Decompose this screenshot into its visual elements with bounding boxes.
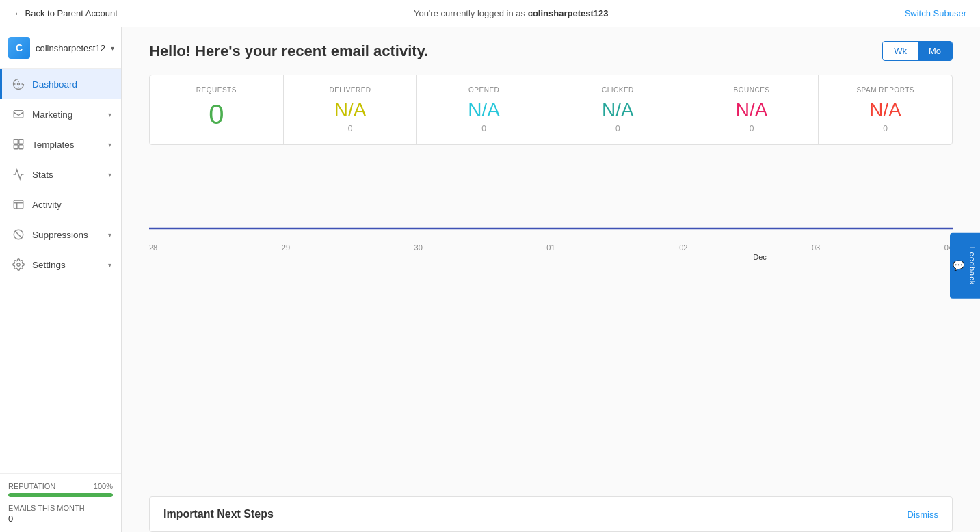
stat-card-bounces: BOUNCES N/A 0 — [685, 75, 819, 144]
chart-x-labels: 28293001020304 — [149, 241, 953, 254]
sidebar-label-templates: Templates — [32, 139, 101, 150]
main-content: Hello! Here's your recent email activity… — [122, 27, 980, 532]
activity-icon — [12, 198, 25, 211]
stat-sub-spam_reports: 0 — [825, 124, 945, 133]
period-toggle: Wk Mo — [882, 41, 953, 61]
stat-label-opened: OPENED — [424, 86, 544, 94]
chart-x-label: 30 — [414, 243, 423, 252]
sidebar-bottom: REPUTATION 100% EMAILS THIS MONTH 0 — [0, 473, 121, 532]
main-layout: C colinsharpetest12 ▾ Dashboard Marketin… — [0, 27, 980, 532]
chart-area: 28293001020304 Dec — [122, 159, 980, 490]
top-bar: ← Back to Parent Account You're currentl… — [0, 0, 980, 27]
settings-icon — [12, 258, 25, 271]
sidebar-item-templates[interactable]: Templates ▾ — [0, 129, 121, 159]
stat-sub-clicked: 0 — [558, 124, 678, 133]
templates-icon — [12, 137, 25, 151]
chart-x-label: 02 — [679, 243, 687, 252]
reputation-fill — [8, 493, 113, 497]
sidebar-item-settings[interactable]: Settings ▾ — [0, 250, 121, 280]
switch-subuser[interactable]: Switch Subuser — [905, 8, 966, 18]
chart-dec-label: Dec — [567, 253, 953, 261]
chevron-icon: ▾ — [108, 171, 111, 178]
stat-value-clicked: N/A — [558, 99, 678, 121]
sidebar-label-suppressions: Suppressions — [32, 230, 101, 240]
back-to-parent[interactable]: ← Back to Parent Account — [14, 8, 118, 18]
svg-point-10 — [17, 263, 21, 267]
stats-row: REQUESTS 0 DELIVERED N/A 0 OPENED N/A 0 … — [149, 75, 953, 145]
chart-x-label: 29 — [282, 243, 290, 252]
sidebar-label-activity: Activity — [32, 200, 111, 210]
sidebar-label-stats: Stats — [32, 170, 101, 180]
chart-x-label: 03 — [812, 243, 820, 252]
reputation-label: REPUTATION 100% — [8, 482, 113, 490]
reputation-bar — [8, 493, 113, 497]
important-steps-section: Important Next Steps Dismiss — [149, 496, 953, 532]
sidebar-item-activity[interactable]: Activity — [0, 189, 121, 220]
chart-container — [149, 159, 953, 241]
svg-line-9 — [15, 231, 23, 239]
period-mo-button[interactable]: Mo — [918, 42, 952, 60]
chevron-icon: ▾ — [108, 261, 111, 269]
feedback-label: Feedback — [968, 247, 977, 285]
important-steps-title: Important Next Steps — [163, 508, 274, 520]
stat-card-clicked: CLICKED N/A 0 — [551, 75, 685, 144]
sidebar-item-stats[interactable]: Stats ▾ — [0, 159, 121, 189]
stat-sub-delivered: 0 — [291, 124, 410, 133]
content-header: Hello! Here's your recent email activity… — [122, 27, 980, 68]
stat-sub-bounces: 0 — [692, 124, 812, 133]
back-label: ← Back to Parent Account — [14, 8, 118, 18]
emails-month-value: 0 — [8, 514, 113, 524]
svg-rect-2 — [19, 139, 23, 144]
avatar: C — [8, 37, 30, 59]
stats-icon — [12, 168, 25, 181]
account-name: colinsharpetest12 — [36, 43, 105, 53]
stat-sub-opened: 0 — [424, 124, 544, 133]
sidebar-item-suppressions[interactable]: Suppressions ▾ — [0, 220, 121, 250]
sidebar-label-settings: Settings — [32, 260, 101, 270]
feedback-tab[interactable]: Feedback 💬 — [950, 233, 980, 299]
stat-card-spam_reports: SPAM REPORTS N/A 0 — [819, 75, 952, 144]
stat-value-spam_reports: N/A — [825, 99, 945, 121]
svg-rect-1 — [14, 139, 18, 144]
stat-label-delivered: DELIVERED — [291, 86, 410, 94]
stat-label-spam_reports: SPAM REPORTS — [825, 86, 945, 94]
stat-card-requests: REQUESTS 0 — [150, 75, 284, 144]
stat-value-requests: 0 — [157, 99, 276, 130]
sidebar-item-dashboard[interactable]: Dashboard — [0, 69, 121, 99]
marketing-icon — [12, 107, 25, 121]
svg-rect-5 — [14, 200, 23, 209]
dismiss-button[interactable]: Dismiss — [908, 509, 939, 520]
svg-point-0 — [18, 83, 20, 85]
dashboard-icon — [12, 77, 25, 91]
nav-list: Dashboard Marketing ▾ Templates ▾ Stats … — [0, 69, 121, 280]
chart-svg — [149, 159, 953, 241]
stat-label-bounces: BOUNCES — [692, 86, 812, 94]
suppressions-icon — [12, 228, 25, 241]
feedback-icon: 💬 — [953, 260, 964, 272]
account-selector[interactable]: C colinsharpetest12 ▾ — [0, 27, 121, 69]
chevron-icon: ▾ — [108, 231, 111, 239]
sidebar-label-marketing: Marketing — [32, 109, 101, 120]
chevron-icon: ▾ — [108, 111, 111, 118]
emails-month-label: EMAILS THIS MONTH — [8, 504, 113, 512]
stat-card-opened: OPENED N/A 0 — [417, 75, 551, 144]
sidebar-label-dashboard: Dashboard — [32, 79, 111, 90]
chart-x-label: 01 — [546, 243, 555, 252]
stat-value-delivered: N/A — [291, 99, 410, 121]
stat-label-requests: REQUESTS — [157, 86, 276, 94]
chart-x-label: 28 — [149, 243, 157, 252]
period-wk-button[interactable]: Wk — [883, 42, 918, 60]
stat-card-delivered: DELIVERED N/A 0 — [284, 75, 418, 144]
sidebar: C colinsharpetest12 ▾ Dashboard Marketin… — [0, 27, 122, 532]
svg-rect-3 — [14, 145, 18, 149]
login-notice: You're currently logged in as colinsharp… — [414, 8, 609, 18]
svg-rect-4 — [19, 145, 23, 149]
account-chevron-icon: ▾ — [111, 44, 114, 52]
stat-value-bounces: N/A — [692, 99, 812, 121]
stat-value-opened: N/A — [424, 99, 544, 121]
sidebar-item-marketing[interactable]: Marketing ▾ — [0, 99, 121, 129]
stat-label-clicked: CLICKED — [558, 86, 678, 94]
page-title: Hello! Here's your recent email activity… — [149, 42, 428, 60]
chevron-icon: ▾ — [108, 141, 111, 148]
